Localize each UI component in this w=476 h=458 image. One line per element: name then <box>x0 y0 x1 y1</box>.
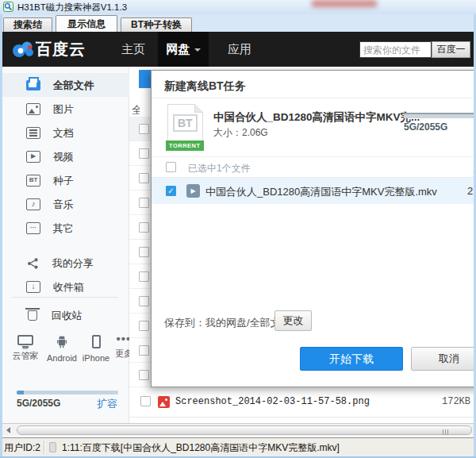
device-cloud-manager[interactable]: 云管家 <box>7 335 44 362</box>
sidebar-divider <box>12 297 117 298</box>
row-checkbox[interactable] <box>139 271 149 282</box>
device-android[interactable]: Android <box>44 335 80 363</box>
quota-progress-bar <box>404 113 474 118</box>
baidu-cloud-logo-icon <box>10 37 36 61</box>
bt-badge: BT <box>173 114 198 132</box>
expand-storage-link[interactable]: 扩容 <box>97 397 117 411</box>
torrent-size: 大小：2.06G <box>213 126 268 140</box>
file-name: 中国合伙人_BD1280高清国语中字MKV完整版.mkv <box>205 185 437 199</box>
document-icon <box>26 127 40 139</box>
inbox-icon: ↓ <box>26 281 40 293</box>
logo-text[interactable]: 百度云 <box>36 39 86 60</box>
picture-icon <box>26 103 40 115</box>
status-message: 1:11:百度下载[中国合伙人_BD1280高清国语中字MKV完整版.mkv] <box>62 441 340 455</box>
scrollbar-grip-icon <box>443 429 450 435</box>
start-download-button[interactable]: 开始下载 <box>300 347 403 371</box>
select-all-checkbox[interactable] <box>166 162 176 172</box>
device-iphone[interactable]: iPhone <box>80 335 112 363</box>
ellipsis-icon: ··· <box>26 222 40 234</box>
user-id-label: 用户ID:2 <box>4 441 40 455</box>
row-checkbox[interactable] <box>139 222 149 233</box>
music-icon: ♪ <box>26 198 40 210</box>
file-list-header: 已选中1个文件 大小 <box>152 156 474 178</box>
torrent-file-icon: BT TORRENT <box>167 104 203 148</box>
tab-display-info[interactable]: 显示信息 <box>56 15 117 32</box>
scroll-left-arrow-icon[interactable] <box>4 426 13 434</box>
status-bar: 用户ID:2 1:11:百度下载[中国合伙人_BD1280高清国语中字MKV完整… <box>0 437 476 456</box>
file-search-input[interactable] <box>359 41 432 58</box>
row-checkbox[interactable] <box>139 345 149 356</box>
row-checkbox[interactable] <box>140 396 151 406</box>
baidu-header: 百度云 主页 网盘 应用 百度一下 <box>2 32 474 67</box>
file-checkbox[interactable]: ✓ <box>166 186 176 196</box>
partial-filter-tab: 全部文件 <box>132 103 140 116</box>
background-button-fragment <box>139 70 152 88</box>
horizontal-scrollbar[interactable] <box>2 423 474 436</box>
video-play-icon: ▶ <box>186 184 200 198</box>
background-window-blur <box>312 0 377 7</box>
chevron-down-icon <box>194 48 201 52</box>
app-icon <box>3 2 13 12</box>
file-size: 172KB <box>442 396 470 407</box>
row-checkbox[interactable] <box>139 247 149 257</box>
tab-bt-convert[interactable]: BT种子转换 <box>121 17 192 32</box>
nav-apps[interactable]: 应用 <box>228 32 251 67</box>
row-checkbox[interactable] <box>139 148 149 159</box>
scrollbar-thumb[interactable] <box>17 425 472 435</box>
tab-search-results[interactable]: 搜索结果 <box>3 17 52 32</box>
row-checkbox[interactable] <box>139 296 149 306</box>
storage-usage: 5G/2055G <box>17 398 60 409</box>
file-row-screenshot-png[interactable]: Screenshot_2014-02-03-11-57-58.png 172KB <box>129 387 474 418</box>
statusbar-separator <box>44 441 44 454</box>
row-checkbox[interactable] <box>139 370 149 380</box>
window-border-left <box>0 14 2 458</box>
sidebar-item-pictures[interactable]: 图片 <box>2 97 129 121</box>
sidebar-item-other[interactable]: ··· 其它 <box>2 216 129 240</box>
video-icon: ▶ <box>26 151 40 163</box>
sidebar-item-music[interactable]: ♪ 音乐 <box>2 192 129 216</box>
row-checkbox[interactable] <box>139 198 149 208</box>
dialog-title: 新建离线BT任务 <box>164 79 246 94</box>
bt-icon: BT <box>26 175 40 187</box>
sidebar-item-torrents[interactable]: BT 种子 <box>2 168 129 192</box>
size-column-header: 大小 <box>473 162 474 175</box>
sidebar-item-my-shares[interactable]: 我的分享 <box>2 251 129 275</box>
sidebar-item-all-files[interactable]: 全部文件 <box>2 73 129 97</box>
cancel-button[interactable]: 取消 <box>411 347 474 371</box>
page-fold <box>195 104 203 112</box>
app-window: H31BT磁力搜索神器V1.1.3 搜索结果 显示信息 BT种子转换 百度云 主… <box>0 0 476 458</box>
statusbar-item-icon <box>49 442 56 452</box>
monitor-icon <box>17 335 33 345</box>
window-title: H31BT磁力搜索神器V1.1.3 <box>17 2 127 13</box>
selected-count-label: 已选中1个文件 <box>188 162 251 175</box>
divider <box>152 98 474 98</box>
change-path-button[interactable]: 更改 <box>274 310 312 331</box>
row-checkbox[interactable] <box>139 173 149 183</box>
titlebar: H31BT磁力搜索神器V1.1.3 <box>0 0 476 14</box>
row-checkbox[interactable] <box>139 321 149 331</box>
quota-usage: 5G/2055G <box>404 121 447 133</box>
image-file-icon <box>158 396 170 408</box>
all-files-icon <box>26 80 40 90</box>
sidebar: 全部文件 图片 文档 ▶ 视频 BT 种子 ♪ 音乐 <box>2 67 129 423</box>
phone-icon <box>92 335 101 348</box>
torrent-name: 中国合伙人_BD1280高清国语中字MKV完... <box>213 110 420 125</box>
android-icon <box>55 335 69 348</box>
sidebar-item-documents[interactable]: 文档 <box>2 121 129 144</box>
storage-progress-bar <box>17 391 118 394</box>
browser-content: 百度云 主页 网盘 应用 百度一下 全部文件 图片 文档 ▶ 视频 <box>2 32 474 437</box>
row-checkbox[interactable] <box>139 124 149 134</box>
search-submit-button[interactable]: 百度一下 <box>432 41 470 58</box>
sidebar-item-recycle-bin[interactable]: 回收站 <box>2 303 129 327</box>
file-name[interactable]: Screenshot_2014-02-03-11-57-58.png <box>175 396 370 407</box>
nav-home[interactable]: 主页 <box>121 32 145 67</box>
sidebar-item-inbox[interactable]: ↓ 收件箱 <box>2 275 129 298</box>
torrent-badge-label: TORRENT <box>166 140 204 151</box>
share-icon <box>26 257 40 270</box>
selected-file-row[interactable]: ✓ ▶ 中国合伙人_BD1280高清国语中字MKV完整版.mkv 2.06G <box>152 178 474 204</box>
trash-icon <box>28 310 37 321</box>
sidebar-item-videos[interactable]: ▶ 视频 <box>2 144 129 168</box>
new-offline-bt-task-dialog: 新建离线BT任务 BT TORRENT 中国合伙人_BD1280高清国语中字MK… <box>151 70 474 387</box>
nav-netdisk[interactable]: 网盘 <box>158 32 209 67</box>
file-size: 2.06G <box>467 185 474 197</box>
